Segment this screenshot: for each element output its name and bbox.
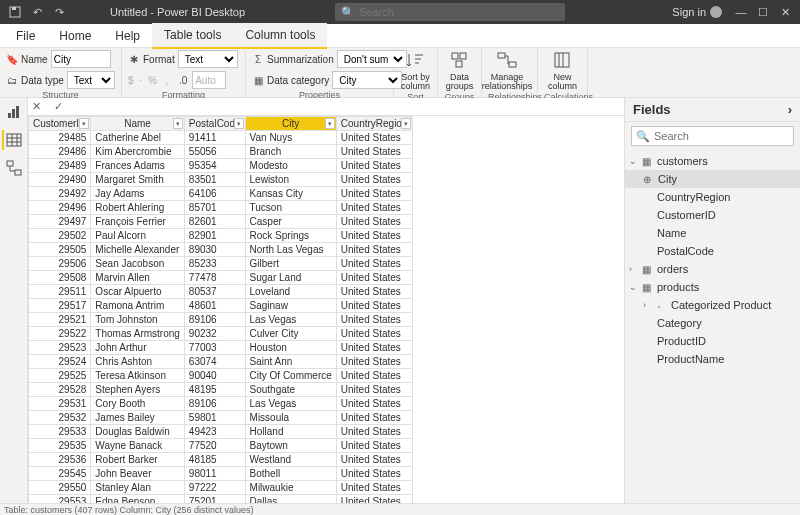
cell[interactable]: 85701 [184,201,245,215]
column-filter-icon[interactable]: ▾ [173,118,183,129]
cell[interactable]: Tucson [245,201,336,215]
search-box[interactable]: 🔍 [335,3,565,21]
cell[interactable]: 91411 [184,131,245,145]
cell[interactable]: United States [336,173,412,187]
field-customerid[interactable]: CustomerID [625,206,800,224]
menu-home[interactable]: Home [47,24,103,48]
cell[interactable]: Bothell [245,467,336,481]
redo-icon[interactable]: ↷ [48,1,70,23]
cell[interactable]: United States [336,285,412,299]
commit-icon[interactable]: ✓ [54,100,68,113]
column-header-countryregion[interactable]: CountryRegion▾ [336,117,412,131]
table-row[interactable]: 29531Cory Booth89106Las VegasUnited Stat… [29,397,413,411]
cell[interactable]: Ramona Antrim [91,299,184,313]
cell[interactable]: 29522 [29,327,91,341]
table-customers[interactable]: ⌄▦customers [625,152,800,170]
table-row[interactable]: 29553Edna Benson75201DallasUnited States [29,495,413,504]
table-row[interactable]: 29550Stanley Alan97222MilwaukieUnited St… [29,481,413,495]
cell[interactable]: 63074 [184,355,245,369]
cell[interactable]: Van Nuys [245,131,336,145]
cell[interactable]: Catherine Abel [91,131,184,145]
cell[interactable]: Houston [245,341,336,355]
cell[interactable]: 29490 [29,173,91,187]
cell[interactable]: Oscar Alpuerto [91,285,184,299]
cell[interactable]: 75201 [184,495,245,504]
table-products[interactable]: ⌄▦products [625,278,800,296]
field-postalcode[interactable]: PostalCode [625,242,800,260]
cell[interactable]: United States [336,355,412,369]
cell[interactable]: John Beaver [91,467,184,481]
cell[interactable]: 29535 [29,439,91,453]
cell[interactable]: Marvin Allen [91,271,184,285]
cell[interactable]: Stanley Alan [91,481,184,495]
field-category[interactable]: Category [625,314,800,332]
cell[interactable]: Jay Adams [91,187,184,201]
cell[interactable]: 89106 [184,397,245,411]
cell[interactable]: Douglas Baldwin [91,425,184,439]
cell[interactable]: 29489 [29,159,91,173]
fields-search-input[interactable] [654,130,789,142]
cell[interactable]: 82601 [184,215,245,229]
cell[interactable]: United States [336,383,412,397]
table-row[interactable]: 29497François Ferrier82601CasperUnited S… [29,215,413,229]
cell[interactable]: 90232 [184,327,245,341]
cell[interactable]: Lewiston [245,173,336,187]
cell[interactable]: Tom Johnston [91,313,184,327]
cell[interactable]: United States [336,271,412,285]
cell[interactable]: 85233 [184,257,245,271]
field-city[interactable]: ⊕City [625,170,800,188]
cell[interactable]: United States [336,313,412,327]
cell[interactable]: 29506 [29,257,91,271]
maximize-icon[interactable]: ☐ [752,1,774,23]
cell[interactable]: 98011 [184,467,245,481]
collapse-icon[interactable]: › [788,102,792,117]
chevron-icon[interactable]: ⌄ [629,156,639,166]
cell[interactable]: Paul Alcorn [91,229,184,243]
table-row[interactable]: 29517Ramona Antrim48601SaginawUnited Sta… [29,299,413,313]
cell[interactable]: United States [336,369,412,383]
cell[interactable]: Rock Springs [245,229,336,243]
cell[interactable]: 77478 [184,271,245,285]
cell[interactable]: 77520 [184,439,245,453]
data-grid[interactable]: CustomerID▾Name▾PostalCode▾City▾CountryR… [28,116,624,503]
table-row[interactable]: 29505Michelle Alexander89030North Las Ve… [29,243,413,257]
cell[interactable]: Cory Booth [91,397,184,411]
chevron-icon[interactable]: ⌄ [629,282,639,292]
cell[interactable]: Missoula [245,411,336,425]
menu-column-tools[interactable]: Column tools [233,23,327,49]
table-row[interactable]: 29535Wayne Banack77520BaytownUnited Stat… [29,439,413,453]
cell[interactable]: 48185 [184,453,245,467]
cell[interactable]: 29533 [29,425,91,439]
cell[interactable]: 29486 [29,145,91,159]
cell[interactable]: United States [336,327,412,341]
model-view-icon[interactable] [4,158,24,178]
cell[interactable]: 29505 [29,243,91,257]
column-header-name[interactable]: Name▾ [91,117,184,131]
table-row[interactable]: 29492Jay Adams64106Kansas CityUnited Sta… [29,187,413,201]
field-productid[interactable]: ProductID [625,332,800,350]
cell[interactable]: 83501 [184,173,245,187]
cell[interactable]: United States [336,187,412,201]
cell[interactable]: Robert Barker [91,453,184,467]
save-icon[interactable] [4,1,26,23]
format-select[interactable]: Text [178,50,238,68]
table-row[interactable]: 29525Teresa Atkinson90040City Of Commerc… [29,369,413,383]
cell[interactable]: Milwaukie [245,481,336,495]
cell[interactable]: City Of Commerce [245,369,336,383]
cell[interactable]: 29523 [29,341,91,355]
menu-table-tools[interactable]: Table tools [152,23,233,49]
cell[interactable]: United States [336,467,412,481]
table-row[interactable]: 29508Marvin Allen77478Sugar LandUnited S… [29,271,413,285]
cell[interactable]: United States [336,159,412,173]
cell[interactable]: United States [336,299,412,313]
table-row[interactable]: 29490Margaret Smith83501LewistonUnited S… [29,173,413,187]
cell[interactable]: United States [336,495,412,504]
fields-search[interactable]: 🔍 [631,126,794,146]
cell[interactable]: 55056 [184,145,245,159]
cell[interactable]: Saint Ann [245,355,336,369]
cell[interactable]: 29550 [29,481,91,495]
cell[interactable]: 48195 [184,383,245,397]
column-filter-icon[interactable]: ▾ [234,118,244,129]
cell[interactable]: Chris Ashton [91,355,184,369]
new-column-button[interactable]: New column [544,49,581,92]
